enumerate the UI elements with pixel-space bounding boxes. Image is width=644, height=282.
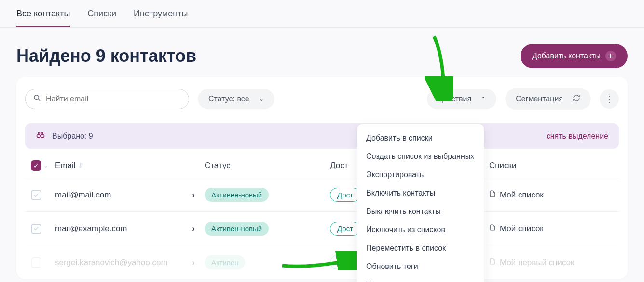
search-input-wrapper[interactable]	[25, 89, 189, 109]
availability-badge: Дост	[330, 188, 360, 202]
menu-exclude-from-lists[interactable]: Исключить из списков	[357, 221, 484, 239]
menu-create-list[interactable]: Создать список из выбранных	[357, 147, 484, 166]
menu-add-to-lists[interactable]: Добавить в списки	[357, 129, 484, 147]
search-icon	[33, 94, 41, 104]
status-badge: Активен-новый	[205, 222, 269, 236]
table-row[interactable]: mail@mail.com › Активен-новый Дост Мой с…	[25, 178, 619, 212]
add-contacts-button[interactable]: Добавить контакты +	[521, 44, 628, 68]
row-email: sergei.karanovich@yahoo.com	[55, 258, 168, 268]
clear-selection-link[interactable]: снять выделение	[547, 132, 608, 141]
row-checkbox[interactable]	[31, 257, 41, 268]
svg-point-3	[41, 134, 44, 138]
column-status[interactable]: Статус	[205, 161, 330, 170]
row-checkbox[interactable]	[31, 190, 41, 200]
list-chip[interactable]: Мой список	[489, 224, 544, 234]
svg-point-2	[37, 134, 41, 138]
tabs: Все контакты Списки Инструменты	[0, 0, 644, 28]
availability-badge: Дост	[330, 255, 360, 269]
page-title: Найдено 9 контактов	[16, 46, 196, 66]
sort-icon[interactable]: ⇵	[79, 162, 83, 169]
svg-point-0	[34, 95, 39, 99]
status-badge: Активен-новый	[205, 188, 269, 202]
chevron-right-icon[interactable]: ›	[192, 258, 195, 268]
refresh-icon	[573, 94, 580, 104]
segmentation-button[interactable]: Сегментация	[505, 88, 591, 110]
dots-vertical-icon: ⋮	[605, 94, 614, 104]
selection-bar: Выбрано: 9 снять выделение	[25, 123, 619, 149]
chevron-right-icon[interactable]: ›	[192, 224, 195, 234]
menu-enable-contacts[interactable]: Включить контакты	[357, 184, 484, 202]
file-icon	[489, 224, 496, 234]
chevron-down-icon[interactable]: ⌄	[43, 162, 48, 169]
file-icon	[489, 190, 496, 200]
row-email: mail@mail.com	[55, 190, 111, 200]
chevron-right-icon[interactable]: ›	[192, 190, 195, 200]
tab-lists[interactable]: Списки	[87, 9, 116, 27]
menu-delete-forever[interactable]: Удалить навсегда	[357, 276, 484, 282]
contacts-panel: Статус: все ⌄ Действия ⌃ Сегментация ⋮ В…	[16, 77, 628, 279]
svg-line-1	[38, 99, 40, 101]
menu-disable-contacts[interactable]: Выключить контакты	[357, 202, 484, 221]
search-input[interactable]	[46, 95, 181, 103]
menu-move-to-list[interactable]: Переместить в список	[357, 239, 484, 257]
binoculars-icon	[36, 130, 45, 142]
tab-tools[interactable]: Инструменты	[134, 9, 188, 27]
row-checkbox[interactable]	[31, 224, 41, 234]
toolbar: Статус: все ⌄ Действия ⌃ Сегментация ⋮	[25, 88, 619, 110]
list-chip-label: Мой список	[500, 224, 544, 234]
status-filter-button[interactable]: Статус: все ⌄	[198, 89, 274, 109]
segmentation-label: Сегментация	[516, 95, 563, 103]
selected-count-label: Выбрано: 9	[52, 132, 93, 141]
menu-update-tags[interactable]: Обновить теги	[357, 257, 484, 276]
actions-label: Действия	[438, 95, 471, 103]
availability-badge: Дост	[330, 222, 360, 236]
table-row[interactable]: mail@example.com › Активен-новый Дост Мо…	[25, 212, 619, 245]
table-row[interactable]: sergei.karanovich@yahoo.com › Активен До…	[25, 245, 619, 279]
column-lists[interactable]: Списки	[489, 161, 613, 170]
file-icon	[489, 257, 496, 268]
select-all-checkbox[interactable]: ✓	[31, 160, 41, 171]
plus-icon: +	[605, 51, 616, 61]
actions-button[interactable]: Действия ⌃	[427, 89, 496, 109]
status-filter-label: Статус: все	[208, 95, 249, 103]
table-header: ✓ ⌄ Email ⇵ Статус Дост Списки	[25, 149, 619, 178]
actions-dropdown: Добавить в списки Создать список из выбр…	[357, 124, 484, 282]
add-contacts-label: Добавить контакты	[532, 52, 601, 60]
menu-export[interactable]: Экспортировать	[357, 166, 484, 184]
list-chip[interactable]: Мой список	[489, 190, 544, 200]
status-badge: Активен	[205, 255, 245, 269]
row-email: mail@example.com	[55, 224, 127, 234]
list-chip-label: Мой первый список	[500, 258, 574, 268]
tab-all-contacts[interactable]: Все контакты	[16, 9, 70, 27]
header-row: Найдено 9 контактов Добавить контакты +	[0, 28, 644, 77]
list-chip[interactable]: Мой первый список	[489, 257, 574, 268]
column-email[interactable]: Email	[55, 161, 76, 170]
more-button[interactable]: ⋮	[600, 89, 619, 109]
chevron-up-icon: ⌃	[481, 96, 486, 102]
list-chip-label: Мой список	[500, 190, 544, 200]
chevron-down-icon: ⌄	[259, 96, 264, 102]
